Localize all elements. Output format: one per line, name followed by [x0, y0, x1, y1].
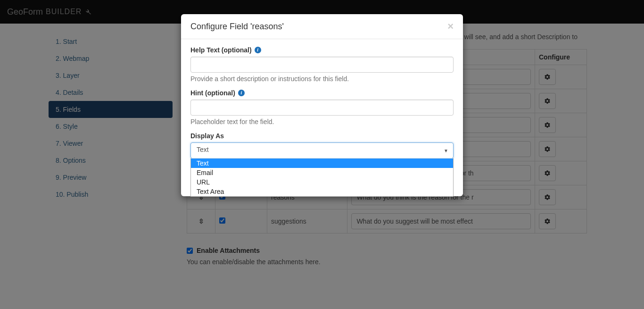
option-email[interactable]: Email [191, 168, 453, 177]
info-icon[interactable] [255, 47, 261, 53]
modal-overlay[interactable]: Configure Field 'reasons' × Help Text (o… [0, 0, 644, 309]
hint-input[interactable] [190, 100, 454, 116]
configure-field-modal: Configure Field 'reasons' × Help Text (o… [181, 14, 463, 196]
display-as-group: Display As Text ▼ Text Email URL Text Ar… [190, 132, 454, 159]
display-as-select[interactable]: Text ▼ [190, 142, 454, 159]
help-text-desc: Provide a short description or instructi… [190, 75, 454, 83]
option-textarea[interactable]: Text Area [191, 187, 453, 196]
modal-title: Configure Field 'reasons' [190, 22, 284, 32]
modal-header: Configure Field 'reasons' × [181, 14, 463, 39]
option-text[interactable]: Text [191, 159, 453, 168]
modal-body: Help Text (optional) Provide a short des… [181, 39, 463, 196]
help-text-group: Help Text (optional) Provide a short des… [190, 46, 454, 83]
hint-label: Hint (optional) [190, 89, 235, 97]
display-as-dropdown: Text Email URL Text Area [190, 158, 454, 197]
help-text-input[interactable] [190, 57, 454, 73]
help-text-label: Help Text (optional) [190, 46, 252, 54]
display-as-label: Display As [190, 132, 224, 140]
hint-desc: Placeholder text for the field. [190, 118, 454, 125]
info-icon[interactable] [238, 90, 245, 96]
chevron-down-icon: ▼ [444, 148, 448, 153]
modal-close-button[interactable]: × [447, 21, 454, 32]
hint-group: Hint (optional) Placeholder text for the… [190, 89, 454, 125]
option-url[interactable]: URL [191, 177, 453, 187]
